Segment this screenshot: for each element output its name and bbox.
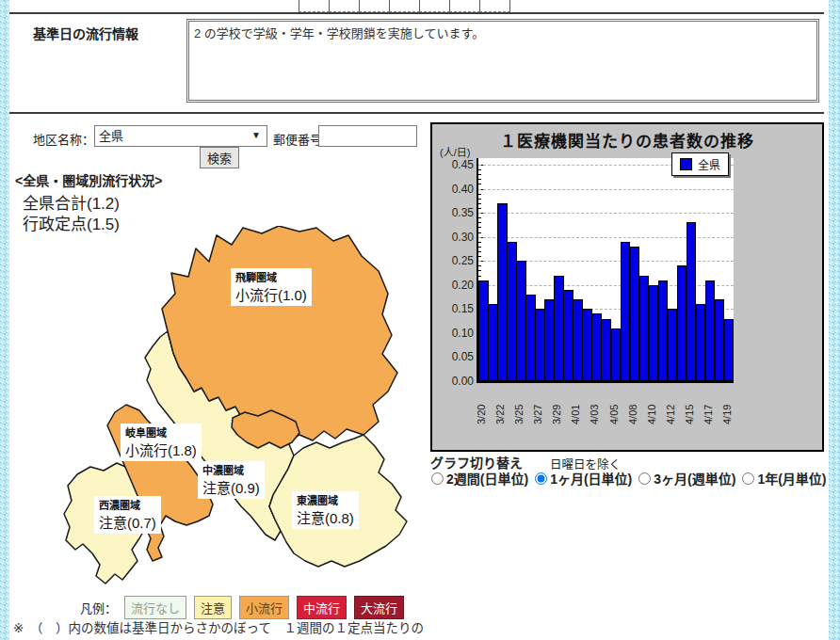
legend-label: 凡例： (80, 599, 117, 616)
graph-range-radio[interactable] (535, 472, 547, 485)
map-region-label-chuno: 中濃圏域注意(0.9) (198, 461, 265, 499)
y-tick-label: 0.20 (434, 279, 474, 292)
legend-chip: 大流行 (354, 596, 404, 619)
legend-row: 凡例： 流行なし注意小流行中流行大流行 (80, 596, 404, 619)
x-tick-label: 4/17 (702, 387, 715, 424)
y-tick-label: 0.25 (434, 254, 474, 267)
x-tick-label: 4/10 (645, 387, 658, 424)
graph-range-options: 2週間(日単位)1ヶ月(日単位)3ヶ月(週単位)1年(月単位) (431, 469, 827, 488)
chart-bar (696, 304, 706, 381)
legend-chips: 流行なし注意小流行中流行大流行 (124, 596, 404, 619)
search-button[interactable]: 検索 (200, 147, 239, 168)
graph-range-radio[interactable] (742, 472, 754, 485)
chart-bar (677, 265, 687, 381)
top-table-cell (359, 0, 390, 12)
x-tick-label: 4/03 (588, 387, 601, 424)
chart-bar (630, 247, 640, 381)
chart-legend: 全県 (671, 152, 729, 176)
top-table-cell (329, 0, 360, 12)
chart-bar (658, 280, 669, 381)
top-table-cell (449, 0, 480, 12)
graph-range-option-label: 3ヶ月(週単位) (654, 469, 735, 488)
x-tick-label: 3/27 (531, 387, 544, 424)
graph-range-radio[interactable] (638, 472, 651, 485)
divider-mid (9, 112, 824, 114)
x-tick-label: 3/25 (512, 387, 525, 424)
map-region-label-gifu: 岐阜圏域小流行(1.8) (121, 424, 202, 461)
chart-bar (544, 299, 555, 381)
legend-chip: 注意 (194, 596, 232, 619)
chart-bar (478, 280, 489, 381)
map-region-label-seino: 西濃圏域注意(0.7) (94, 496, 161, 534)
graph-range-option[interactable]: 1ヶ月(日単位) (535, 469, 632, 488)
district-select[interactable]: 全県 (94, 125, 267, 147)
footnote: ※ （ ）内の数値は基準日からさかのぼって １週間の１定点当たりの (13, 617, 424, 636)
chart-bar (649, 285, 659, 381)
chart-bar (621, 242, 631, 381)
gridline (478, 189, 734, 190)
x-tick-label: 4/08 (626, 387, 639, 424)
graph-range-option-label: 1年(月単位) (757, 469, 826, 488)
chart-bar (497, 203, 508, 381)
chart-bar (554, 276, 564, 381)
prefecture-map: 飛騨圏域小流行(1.0)岐阜圏域小流行(1.8)中濃圏域注意(0.9)東濃圏域注… (57, 226, 424, 588)
x-tick-label: 4/19 (720, 387, 734, 424)
graph-range-radio[interactable] (431, 472, 444, 485)
divider-top (9, 12, 824, 14)
chart-bar (611, 328, 622, 381)
page: 基準日の流行情報 2 の学校で学級・学年・学校閉鎖を実施しています。 地区名称：… (0, 0, 840, 640)
map-region-label-hida: 飛騨圏域小流行(1.0) (231, 268, 312, 306)
y-tick-label: 0.45 (434, 158, 474, 171)
chart-title: １医療機関当たりの患者数の推移 (432, 128, 822, 152)
series-swatch (680, 158, 692, 170)
reference-info-label: 基準日の流行情報 (33, 24, 138, 42)
legend-chip: 中流行 (297, 596, 347, 619)
chart-bar (724, 319, 735, 381)
chart-bar (516, 261, 526, 381)
chart-bar (601, 319, 611, 381)
chart-bar (535, 309, 545, 381)
section-heading: <全県・圏域別流行状況> (15, 170, 162, 189)
chart-bar (687, 222, 697, 381)
chart-bar (715, 299, 725, 381)
chart-bar (582, 309, 592, 381)
chart-bar (705, 280, 716, 381)
y-tick-label: 0.35 (434, 206, 474, 219)
x-tick-label: 4/01 (569, 387, 582, 424)
y-tick-label: 0.05 (434, 350, 474, 363)
legend-chip: 小流行 (239, 596, 289, 619)
chart-bar (563, 290, 573, 381)
postal-code-input[interactable] (318, 125, 417, 147)
chart-plot (477, 158, 734, 383)
top-table-cell (299, 0, 330, 12)
map-labels: 飛騨圏域小流行(1.0)岐阜圏域小流行(1.8)中濃圏域注意(0.9)東濃圏域注… (57, 226, 424, 588)
x-axis-labels: 3/203/223/253/273/294/014/034/054/084/10… (477, 385, 732, 426)
graph-range-option-label: 1ヶ月(日単位) (550, 469, 632, 488)
top-table-cell (389, 0, 420, 12)
chart-bar (591, 313, 602, 381)
x-tick-label: 4/05 (607, 387, 621, 424)
legend-chip: 流行なし (124, 596, 186, 619)
top-table-cell (479, 0, 510, 12)
gridline (478, 213, 734, 214)
right-border-strip (829, 0, 840, 640)
x-tick-label: 4/12 (664, 387, 677, 424)
x-tick-label: 3/22 (493, 387, 507, 424)
reference-info-text: 2 の学校で学級・学年・学校閉鎖を実施しています。 (188, 21, 817, 101)
district-name-label: 地区名称： (33, 130, 94, 148)
chart-bar (507, 242, 517, 381)
map-region-label-tono: 東濃圏域注意(0.8) (292, 491, 359, 529)
chart-bar (525, 295, 536, 381)
patients-chart: １医療機関当たりの患者数の推移 (人/日) 3/203/223/253/273/… (430, 122, 824, 452)
chart-bar (488, 304, 498, 381)
chart-bar (639, 276, 650, 381)
chart-bar (573, 299, 583, 381)
y-tick-label: 0.15 (434, 302, 474, 315)
graph-range-option[interactable]: 3ヶ月(週単位) (638, 469, 735, 488)
chart-unit-label: (人/日) (440, 144, 470, 159)
graph-range-option[interactable]: 2週間(日単位) (431, 469, 528, 488)
y-tick-label: 0.30 (434, 231, 474, 244)
y-tick-label: 0.10 (434, 327, 474, 340)
graph-range-option[interactable]: 1年(月単位) (742, 469, 826, 488)
top-table (299, 0, 510, 10)
